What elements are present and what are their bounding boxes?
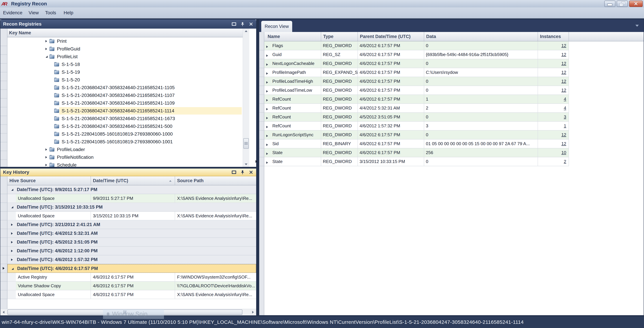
tab-list-dropdown-icon[interactable] <box>635 24 639 27</box>
value-row[interactable]: StateREG_DWORD4/6/2012 6:17:57 PM25610 <box>264 148 569 157</box>
cell-instances-link[interactable]: 12 <box>538 50 569 59</box>
expander-collapsed-icon[interactable] <box>266 143 268 146</box>
key-name-column-header[interactable]: Key Name <box>0 28 243 37</box>
tree-item[interactable]: S-1-5-21-2036804247-3058324640-211658524… <box>8 115 242 122</box>
expander-expanded-icon[interactable] <box>11 206 14 209</box>
restore-button[interactable] <box>617 1 628 7</box>
tree-item[interactable]: ProfileGuid <box>8 45 242 53</box>
expander-collapsed-icon[interactable] <box>11 258 13 261</box>
column-hive-source[interactable]: Hive Source <box>8 176 91 185</box>
scroll-down-icon[interactable] <box>243 162 249 167</box>
expander-collapsed-icon[interactable] <box>266 90 268 93</box>
column-instances[interactable]: Instances <box>538 32 569 41</box>
value-row[interactable]: ProfileImagePathREG_EXPAND_SZ4/6/2012 6:… <box>264 68 569 77</box>
close-button[interactable]: ✕ <box>629 1 643 7</box>
panel-pin-button[interactable] <box>240 170 244 174</box>
tree-item[interactable]: S-1-5-21-228041085-1601810819-2769380060… <box>8 138 242 146</box>
cell-instances-link[interactable]: 3 <box>538 113 569 121</box>
tree-item[interactable]: S-1-5-18 <box>8 60 242 68</box>
cell-instances-link[interactable]: 10 <box>538 148 569 157</box>
cell-instances-link[interactable]: 1 <box>538 122 569 130</box>
menu-tools[interactable]: Tools <box>44 7 57 18</box>
expander-collapsed-icon[interactable] <box>266 99 268 102</box>
history-group-row[interactable]: Date/Time (UTC): 4/6/2012 1:12:00 PM <box>8 247 256 255</box>
menu-help[interactable]: Help <box>62 7 74 18</box>
expander-collapsed-icon[interactable] <box>266 161 268 164</box>
cell-instances-link[interactable]: 12 <box>538 41 569 50</box>
scroll-left-icon[interactable] <box>0 309 7 315</box>
expander-collapsed-icon[interactable] <box>45 163 48 167</box>
cell-instances-link[interactable]: 2 <box>538 157 569 166</box>
expander-expanded-icon[interactable] <box>11 188 14 191</box>
scroll-up-icon[interactable] <box>243 28 249 34</box>
cell-instances-link[interactable]: 12 <box>538 139 569 148</box>
tree-item[interactable]: S-1-5-21-228041085-1601810819-2769380060… <box>8 130 242 138</box>
value-row[interactable]: RefCountREG_DWORD4/5/2012 3:51:05 PM03 <box>264 113 569 122</box>
expander-collapsed-icon[interactable] <box>45 40 48 43</box>
tree-item[interactable]: S-1-5-20 <box>8 76 242 84</box>
expander-expanded-icon[interactable] <box>11 267 14 270</box>
cell-instances-link[interactable]: 12 <box>538 131 569 139</box>
expander-collapsed-icon[interactable] <box>266 54 268 57</box>
tree-item[interactable]: S-1-5-21-2036804247-3058324640-211658524… <box>8 91 242 99</box>
value-row[interactable]: GuidREG_SZ4/6/2012 6:17:57 PM{693b5fbe-5… <box>264 50 569 59</box>
history-row[interactable]: Active Registry4/6/2012 6:17:57 PMF:\WIN… <box>8 273 256 282</box>
history-group-row[interactable]: Date/Time (UTC): 4/5/2012 3:51:05 PM <box>8 238 256 247</box>
history-group-row[interactable]: Date/Time (UTC): 9/9/2011 5:27:17 PM <box>8 185 256 194</box>
cell-instances-link[interactable]: 12 <box>538 77 569 86</box>
panel-pin-button[interactable] <box>240 22 244 26</box>
value-row[interactable]: NextLogonCacheableREG_DWORD4/6/2012 6:17… <box>264 59 569 68</box>
tree-item[interactable]: S-1-5-21-2036804247-3058324640-211658524… <box>8 84 242 91</box>
key-history-header[interactable]: Key History ✕ <box>0 169 256 176</box>
expander-collapsed-icon[interactable] <box>45 47 48 50</box>
panel-close-button[interactable]: ✕ <box>249 169 253 175</box>
tree-item[interactable]: Schedule <box>8 161 242 167</box>
panel-close-button[interactable]: ✕ <box>249 21 253 27</box>
history-row[interactable]: Volume Shadow Copy4/6/2012 6:17:57 PM\\?… <box>8 282 256 290</box>
column-source-path[interactable]: Source Path <box>175 176 256 185</box>
value-row[interactable]: ProfileLoadTimeHighREG_DWORD4/6/2012 6:1… <box>264 77 569 86</box>
tree-item[interactable]: S-1-5-19 <box>8 68 242 76</box>
tab-recon-view[interactable]: Recon View <box>261 21 292 32</box>
tree-vertical-scrollbar[interactable] <box>243 28 249 167</box>
expander-collapsed-icon[interactable] <box>266 108 268 111</box>
tree-item[interactable]: S-1-5-21-2036804247-3058324640-211658524… <box>8 122 242 130</box>
value-row[interactable]: RefCountREG_DWORD4/4/2012 5:32:31 AM24 <box>264 104 569 113</box>
tree-item[interactable]: Print <box>8 37 242 45</box>
column-data[interactable]: Data <box>424 32 538 41</box>
expander-collapsed-icon[interactable] <box>266 81 268 84</box>
value-row[interactable]: SidREG_BINARY4/6/2012 6:17:57 PM01 05 00… <box>264 139 569 148</box>
tree-item[interactable]: ProfileNotification <box>8 153 242 161</box>
history-row[interactable]: Unallocated Space9/9/2011 5:27:17 PMX:\S… <box>8 194 256 203</box>
expander-collapsed-icon[interactable] <box>266 72 268 75</box>
expander-collapsed-icon[interactable] <box>266 63 268 66</box>
history-group-row[interactable]: Date/Time (UTC): 4/6/2012 6:17:57 PM <box>8 264 256 273</box>
history-row[interactable]: Unallocated Space4/6/2012 6:17:57 PMX:\S… <box>8 290 256 299</box>
cell-instances-link[interactable]: 4 <box>538 95 569 103</box>
expander-collapsed-icon[interactable] <box>11 223 13 226</box>
menu-view[interactable]: View <box>28 7 40 18</box>
expander-expanded-icon[interactable] <box>45 55 48 58</box>
recon-registries-header[interactable]: Recon Registries ✕ <box>0 19 256 28</box>
cell-instances-link[interactable]: 12 <box>538 59 569 68</box>
value-row[interactable]: FlagsREG_DWORD4/6/2012 6:17:57 PM012 <box>264 41 569 50</box>
cell-instances-link[interactable]: 12 <box>538 86 569 94</box>
tree-item[interactable]: ProfileLoader <box>8 146 242 153</box>
tree-item[interactable]: S-1-5-21-2036804247-3058324640-211658524… <box>8 107 242 115</box>
column-name[interactable]: Name <box>264 32 321 41</box>
expander-collapsed-icon[interactable] <box>45 148 48 151</box>
menu-evidence[interactable]: Evidence <box>2 7 24 18</box>
scroll-right-icon[interactable] <box>250 309 256 315</box>
value-row[interactable]: RefCountREG_DWORD4/6/2012 6:17:57 PM14 <box>264 95 569 104</box>
history-row[interactable]: Unallocated Space3/15/2012 10:33:15 PMX:… <box>8 212 256 220</box>
cell-instances-link[interactable]: 12 <box>538 68 569 77</box>
cell-instances-link[interactable]: 4 <box>538 104 569 112</box>
value-row[interactable]: StateREG_DWORD3/15/2012 10:33:15 PM02 <box>264 157 569 166</box>
expander-collapsed-icon[interactable] <box>11 241 13 244</box>
column-datetime-utc[interactable]: Date/Time (UTC) <box>91 176 175 185</box>
expander-collapsed-icon[interactable] <box>266 117 268 120</box>
minimize-button[interactable] <box>604 1 616 7</box>
expander-collapsed-icon[interactable] <box>266 134 268 137</box>
expander-collapsed-icon[interactable] <box>266 125 268 128</box>
scrollbar-thumb[interactable] <box>244 138 249 149</box>
